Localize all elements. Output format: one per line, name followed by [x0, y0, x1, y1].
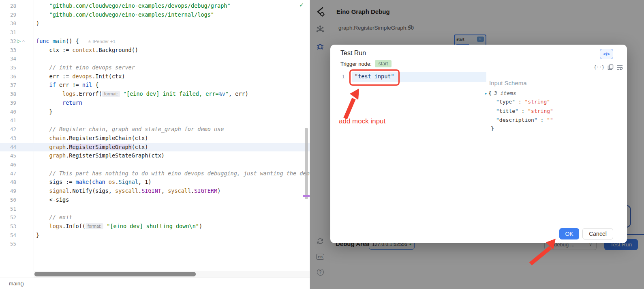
line-number: 49: [0, 187, 34, 196]
line-number: 51: [0, 205, 34, 214]
schema-field-type: "type" : "string": [496, 97, 553, 107]
code-line: 55: [0, 239, 310, 248]
horizontal-scrollbar[interactable]: [34, 272, 196, 276]
line-number: 35: [0, 63, 34, 72]
code-line: 29 "github.com/cloudwego/eino-examples/i…: [0, 11, 310, 19]
schema-root-row: ▾{3 items: [485, 90, 516, 96]
line-number: 54: [0, 231, 34, 240]
code-line: 37 if err != nil {: [0, 81, 310, 90]
caret-stripe-mark: [303, 195, 310, 197]
code-line: 54}: [0, 231, 310, 240]
annotation-note: add mock input: [339, 117, 385, 125]
modal-line-number: 1: [342, 73, 345, 80]
schema-root-close: }: [491, 125, 494, 132]
line-number: 36: [0, 72, 34, 81]
code-line: 33 ctx := context.Background(): [0, 46, 310, 55]
code-line: 49 signal.Notify(sigs, syscall.SIGINT, s…: [0, 187, 310, 196]
ok-button[interactable]: OK: [559, 228, 579, 239]
code-line: 32▷∴func main() { ±IPender +1: [0, 37, 310, 46]
code-line: 40 }: [0, 108, 310, 116]
annotation-box-mock-input: [349, 69, 400, 86]
trigger-node-badge: start: [375, 60, 392, 67]
line-number: 50: [0, 196, 34, 205]
schema-fields: "type" : "string" "title" : "string" "de…: [496, 97, 553, 125]
line-number: 43: [0, 134, 34, 143]
code-line: 53 logs.Infof(format: "[eino dev] shutti…: [0, 222, 310, 231]
line-number: 32▷∴: [0, 37, 34, 46]
line-number: 30: [0, 19, 34, 28]
code-line: 45 graph.RegisterSimpleStateGraph(ctx): [0, 151, 310, 160]
line-number: 31: [0, 28, 34, 37]
line-number: 40: [0, 108, 34, 116]
code-line: 38 logs.Errorf(format: "[eino dev] init …: [0, 90, 310, 99]
code-line: 43 chain.RegisterSimpleChain(ctx): [0, 134, 310, 143]
code-line: 51: [0, 205, 310, 214]
trigger-node-label: Trigger node:: [340, 61, 372, 67]
line-number: 37: [0, 81, 34, 90]
code-line: 47 // This part has nothing to do with e…: [0, 169, 310, 178]
breadcrumb-label: main(): [9, 280, 24, 287]
line-number: 38: [0, 90, 34, 99]
input-schema-title: Input Schema: [489, 80, 527, 86]
line-number: 44: [0, 143, 34, 152]
code-line: 41: [0, 116, 310, 125]
line-number: 47: [0, 169, 34, 178]
line-number: 52: [0, 213, 34, 222]
copy-icon[interactable]: [608, 64, 614, 70]
run-main-icon[interactable]: ▷∴: [17, 37, 25, 46]
modal-gutter-divider: [352, 71, 352, 219]
code-line: 46: [0, 160, 310, 169]
line-number: 29: [0, 11, 34, 19]
code-line: 36 err := devops.Init(ctx): [0, 72, 310, 81]
vertical-scrollbar[interactable]: [305, 128, 308, 199]
line-number: 53: [0, 222, 34, 231]
code-vision-hint[interactable]: ±IPender +1: [88, 39, 116, 44]
code-line: 44 graph.RegisterSimpleGraph(ctx): [0, 143, 310, 152]
code-editor[interactable]: 28 "github.com/cloudwego/eino-examples/d…: [0, 2, 310, 248]
modal-title: Test Run: [340, 50, 366, 57]
line-number: 41: [0, 116, 34, 125]
code-line: 31: [0, 28, 310, 37]
code-line: 48 sigs := make(chan os.Signal, 1): [0, 178, 310, 187]
line-number: 42: [0, 125, 34, 134]
expander-icon[interactable]: ▾: [485, 91, 487, 96]
inspection-ok-icon[interactable]: ✓: [299, 2, 304, 8]
code-line: 42 // Register chain, graph and state_gr…: [0, 125, 310, 134]
code-line: 28 "github.com/cloudwego/eino-examples/d…: [0, 2, 310, 11]
line-number: 34: [0, 54, 34, 63]
screen: 28 "github.com/cloudwego/eino-examples/d…: [0, 0, 644, 289]
line-number: 33: [0, 46, 34, 55]
breadcrumb[interactable]: main(): [0, 278, 310, 289]
line-number: 45: [0, 151, 34, 160]
line-number: 28: [0, 2, 34, 11]
line-number: 39: [0, 99, 34, 108]
line-number: 55: [0, 239, 34, 248]
code-line: 52 // exit: [0, 213, 310, 222]
braces-icon[interactable]: {··}: [594, 65, 605, 70]
cancel-button[interactable]: Cancel: [582, 228, 613, 239]
line-number: 48: [0, 178, 34, 187]
code-line: 30): [0, 19, 310, 28]
code-view-toggle-button[interactable]: </>: [600, 49, 613, 59]
schema-field-description: "description" : "": [496, 116, 553, 125]
schema-tree-guide: [493, 98, 493, 127]
code-line: 35 // init eino devops server: [0, 63, 310, 72]
code-editor-pane: 28 "github.com/cloudwego/eino-examples/d…: [0, 0, 310, 289]
word-wrap-icon[interactable]: [616, 64, 623, 70]
line-number: 46: [0, 160, 34, 169]
code-line: 39 return: [0, 99, 310, 108]
schema-field-title: "title" : "string": [496, 107, 553, 116]
code-line: 34: [0, 54, 310, 63]
code-line: 50 <-sigs: [0, 196, 310, 205]
